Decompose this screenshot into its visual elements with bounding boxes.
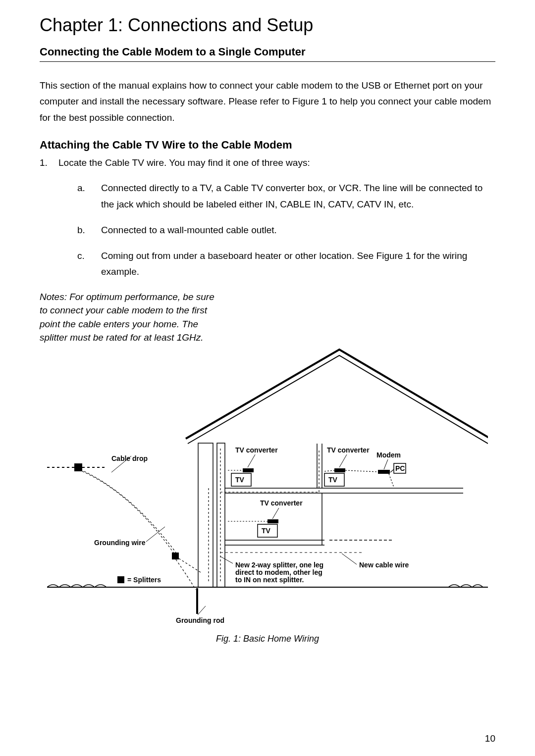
svg-line-34 <box>272 508 279 519</box>
step-number: 1. <box>40 155 58 170</box>
section-heading: Connecting the Cable Modem to a Single C… <box>40 46 495 62</box>
label-splitters: = Splitters <box>127 576 161 584</box>
label-new-split-3: to IN on next splitter. <box>235 576 304 584</box>
label-modem: Modem <box>376 451 401 459</box>
label-tv: TV <box>328 476 338 484</box>
figure-caption: Fig. 1: Basic Home Wiring <box>40 634 495 644</box>
svg-line-20 <box>248 454 255 467</box>
sub-letter: b. <box>77 222 101 238</box>
figure-1-diagram: Cable drop Grounding wire = Splitters Gr… <box>40 345 495 644</box>
notes-text: Notes: For optimum performance, be sure … <box>40 290 218 345</box>
sub-text: Connected directly to a TV, a Cable TV c… <box>101 180 495 212</box>
label-grounding-rod: Grounding rod <box>176 616 224 624</box>
sub-letter: c. <box>77 248 101 280</box>
label-new-split-2: direct to modem, other leg <box>235 568 322 576</box>
label-tv: TV <box>235 476 245 484</box>
label-pc: PC <box>395 464 405 472</box>
sub-letter: a. <box>77 180 101 212</box>
svg-line-43 <box>220 556 233 563</box>
svg-line-30 <box>390 469 394 472</box>
list-item: a. Connected directly to a TV, a Cable T… <box>77 180 495 212</box>
svg-rect-1 <box>198 443 213 587</box>
svg-line-19 <box>198 606 206 615</box>
page-number: 10 <box>485 733 495 744</box>
svg-line-32 <box>324 470 334 471</box>
svg-rect-16 <box>172 553 179 559</box>
sub-text: Coming out from under a baseboard heater… <box>101 248 495 280</box>
svg-line-33 <box>389 474 394 487</box>
subheading: Attaching the Cable TV Wire to the Cable… <box>40 139 495 151</box>
home-wiring-diagram: Cable drop Grounding wire = Splitters Gr… <box>47 345 488 627</box>
svg-rect-2 <box>217 443 225 587</box>
svg-line-44 <box>342 554 357 564</box>
label-tv-converter: TV converter <box>235 446 278 454</box>
svg-rect-28 <box>378 470 390 474</box>
sub-text: Connected to a wall-mounted cable outlet… <box>101 222 277 238</box>
svg-rect-25 <box>334 468 345 472</box>
label-cable-drop: Cable drop <box>111 454 148 462</box>
svg-line-27 <box>384 459 388 469</box>
svg-line-31 <box>345 470 378 472</box>
intro-paragraph: This section of the manual explains how … <box>40 78 495 126</box>
svg-rect-11 <box>74 463 82 471</box>
list-item: 1. Locate the Cable TV wire. You may fin… <box>40 155 495 170</box>
chapter-title: Chapter 1: Connections and Setup <box>40 15 495 36</box>
label-tv-converter: TV converter <box>260 499 303 507</box>
label-new-cable-wire: New cable wire <box>359 561 409 569</box>
svg-rect-35 <box>268 519 278 523</box>
label-tv: TV <box>262 527 271 535</box>
svg-rect-17 <box>117 576 124 583</box>
list-item: c. Coming out from under a baseboard hea… <box>77 248 495 280</box>
svg-line-24 <box>339 454 347 467</box>
svg-rect-21 <box>243 468 254 472</box>
list-item: b. Connected to a wall-mounted cable out… <box>77 222 495 238</box>
label-new-split-1: New 2-way splitter, one leg <box>235 561 323 569</box>
step-text: Locate the Cable TV wire. You may find i… <box>58 155 310 170</box>
svg-line-15 <box>146 527 165 542</box>
label-tv-converter: TV converter <box>327 446 370 454</box>
label-grounding-wire: Grounding wire <box>94 539 146 547</box>
